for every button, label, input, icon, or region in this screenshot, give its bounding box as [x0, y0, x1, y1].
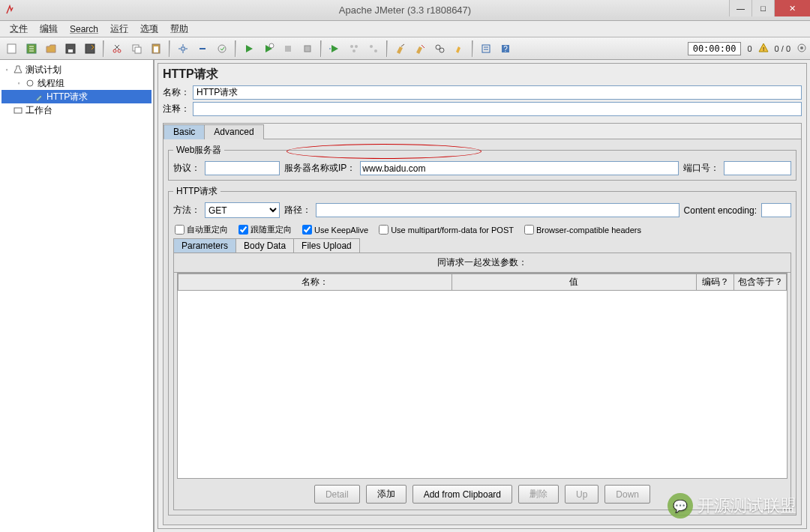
port-input[interactable] — [724, 161, 791, 175]
params-table[interactable]: 名称： 值 编码？ 包含等于？ — [177, 273, 788, 479]
tree-panel: ◦ 测试计划 ◦ 线程组 HTTP请求 工作台 — [0, 60, 154, 532]
main-area: HTTP请求 名称： 注释： Basic Advanced Web服务器 — [154, 60, 810, 532]
clear-all-icon[interactable] — [411, 40, 429, 58]
params-header: 同请求一起发送参数： — [174, 253, 790, 273]
protocol-input[interactable] — [205, 161, 280, 175]
collapse-icon[interactable] — [194, 40, 212, 58]
server-input[interactable] — [360, 161, 679, 175]
menu-edit[interactable]: 编辑 — [34, 21, 63, 37]
http-request-panel: HTTP请求 名称： 注释： Basic Advanced Web服务器 — [158, 63, 807, 529]
menu-file[interactable]: 文件 — [4, 21, 33, 37]
tab-basic[interactable]: Basic — [164, 124, 205, 139]
svg-rect-8 — [135, 47, 141, 53]
warn-count: 0 — [747, 44, 752, 53]
down-button[interactable]: Down — [604, 485, 650, 504]
save-icon[interactable] — [62, 40, 80, 58]
cb-keepalive[interactable]: Use KeepAlive — [302, 225, 368, 235]
name-input[interactable] — [193, 85, 802, 100]
templates-icon[interactable] — [22, 40, 40, 58]
svg-rect-0 — [8, 44, 16, 53]
tree-thread-group[interactable]: ◦ 线程组 — [2, 76, 152, 90]
remote-stop-icon[interactable] — [364, 40, 382, 58]
svg-rect-14 — [285, 46, 291, 52]
svg-rect-30 — [14, 108, 22, 113]
cb-multipart[interactable]: Use multipart/form-data for POST — [379, 225, 514, 235]
expand-icon[interactable] — [174, 40, 192, 58]
gear-small-icon — [25, 78, 35, 88]
add-button[interactable]: 添加 — [366, 485, 406, 504]
save-as-icon[interactable] — [81, 40, 99, 58]
window-controls: — □ ✕ — [729, 0, 810, 16]
svg-rect-4 — [86, 44, 94, 53]
search-icon[interactable] — [430, 40, 448, 58]
tree-label: 线程组 — [38, 77, 64, 90]
stop-icon[interactable] — [279, 40, 297, 58]
minimize-button[interactable]: — — [729, 0, 752, 16]
remote-start-icon[interactable] — [326, 40, 344, 58]
tab-advanced[interactable]: Advanced — [204, 124, 263, 139]
tree-test-plan[interactable]: ◦ 测试计划 — [2, 63, 152, 76]
maximize-button[interactable]: □ — [752, 0, 774, 16]
comment-input[interactable] — [193, 102, 802, 116]
tree-http-request[interactable]: HTTP请求 — [2, 90, 152, 103]
tree-toggle-icon[interactable]: ◦ — [15, 79, 22, 87]
svg-point-18 — [352, 49, 356, 52]
tree-workbench[interactable]: 工作台 — [2, 103, 152, 117]
remote-start-all-icon[interactable] — [345, 40, 363, 58]
paste-icon[interactable] — [147, 40, 165, 58]
col-include: 包含等于？ — [734, 274, 787, 291]
svg-point-12 — [218, 45, 226, 52]
encoding-input[interactable] — [761, 203, 791, 217]
help-icon[interactable]: ? — [496, 40, 514, 58]
app-icon — [4, 4, 16, 16]
svg-point-17 — [355, 45, 358, 48]
gear-icon[interactable] — [796, 43, 807, 55]
pipette-icon — [34, 91, 44, 102]
menu-run[interactable]: 运行 — [105, 21, 134, 37]
webserver-fieldset: Web服务器 协议： 服务器名称或IP： 端口号： — [168, 144, 796, 181]
col-value: 值 — [452, 274, 696, 291]
httpreq-legend: HTTP请求 — [173, 185, 220, 198]
cut-icon[interactable] — [108, 40, 126, 58]
col-name: 名称： — [178, 274, 452, 291]
svg-rect-3 — [68, 49, 73, 52]
svg-rect-15 — [304, 46, 310, 52]
menu-search[interactable]: Search — [64, 22, 104, 36]
copy-icon[interactable] — [128, 40, 146, 58]
method-select[interactable]: GET — [205, 202, 280, 218]
path-input[interactable] — [316, 203, 680, 217]
subtab-body-data[interactable]: Body Data — [236, 238, 294, 253]
tree-toggle-icon[interactable]: ◦ — [3, 66, 10, 73]
tree-label: 测试计划 — [26, 64, 62, 76]
menu-options[interactable]: 选项 — [135, 21, 164, 37]
new-icon[interactable] — [3, 40, 21, 58]
function-helper-icon[interactable] — [477, 40, 495, 58]
start-no-timers-icon[interactable] — [260, 40, 278, 58]
delete-button[interactable]: 删除 — [518, 485, 559, 504]
start-icon[interactable] — [240, 40, 258, 58]
cb-follow-redirect[interactable]: 跟随重定向 — [238, 224, 292, 235]
workbench-icon — [13, 105, 23, 115]
col-encode: 编码？ — [697, 274, 734, 291]
flask-icon — [13, 64, 23, 75]
shutdown-icon[interactable] — [298, 40, 316, 58]
warn-icon: ! — [758, 43, 769, 55]
toggle-icon[interactable] — [213, 40, 231, 58]
clipboard-button[interactable]: Add from Clipboard — [412, 485, 512, 504]
svg-text:!: ! — [762, 46, 764, 52]
config-tabs: Basic Advanced Web服务器 协议： 服务器名称或IP： 端口号： — [163, 123, 802, 525]
name-label: 名称： — [163, 86, 190, 99]
subtab-files-upload[interactable]: Files Upload — [293, 238, 360, 253]
open-icon[interactable] — [42, 40, 60, 58]
path-label: 路径： — [284, 204, 311, 217]
cb-auto-redirect[interactable]: 自动重定向 — [175, 224, 228, 235]
detail-button[interactable]: Detail — [314, 485, 360, 504]
menubar: 文件 编辑 Search 运行 选项 帮助 — [0, 21, 810, 37]
clear-icon[interactable] — [392, 40, 410, 58]
close-button[interactable]: ✕ — [774, 0, 810, 16]
menu-help[interactable]: 帮助 — [165, 21, 194, 37]
reset-search-icon[interactable] — [450, 40, 468, 58]
subtab-parameters[interactable]: Parameters — [173, 238, 236, 253]
up-button[interactable]: Up — [565, 485, 598, 504]
cb-browser-compat[interactable]: Browser-compatible headers — [524, 225, 641, 235]
